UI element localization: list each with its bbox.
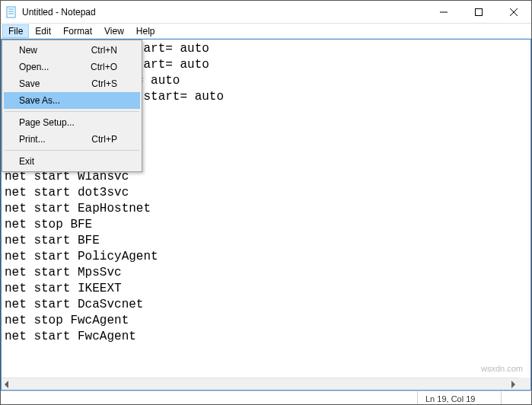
menu-item-label: Save As... xyxy=(19,95,117,106)
window-title: Untitled - Notepad xyxy=(22,7,426,18)
menu-separator xyxy=(5,150,139,151)
window-buttons xyxy=(426,1,531,23)
menu-file[interactable]: File xyxy=(2,24,29,38)
menu-view[interactable]: View xyxy=(98,24,130,38)
menu-item-print[interactable]: Print... Ctrl+P xyxy=(4,131,140,148)
menu-item-save-as[interactable]: Save As... xyxy=(4,92,140,109)
scroll-corner xyxy=(518,378,530,390)
status-extra xyxy=(501,391,531,405)
menu-edit[interactable]: Edit xyxy=(29,24,57,38)
menu-item-shortcut: Ctrl+N xyxy=(91,45,117,56)
menu-item-label: Exit xyxy=(19,156,117,167)
status-bar: Ln 19, Col 19 xyxy=(1,391,531,405)
status-position: Ln 19, Col 19 xyxy=(417,391,501,405)
menu-item-open[interactable]: Open... Ctrl+O xyxy=(4,59,140,75)
horizontal-scrollbar[interactable] xyxy=(2,378,518,390)
menu-help[interactable]: Help xyxy=(130,24,161,38)
svg-rect-5 xyxy=(476,8,483,15)
menu-item-label: Print... xyxy=(19,134,91,145)
watermark: wsxdn.com xyxy=(481,364,523,373)
notepad-icon xyxy=(5,6,18,18)
svg-rect-0 xyxy=(7,7,15,18)
menu-item-save[interactable]: Save Ctrl+S xyxy=(4,75,140,92)
menu-item-shortcut: Ctrl+P xyxy=(91,134,117,145)
menu-item-label: Page Setup... xyxy=(19,117,117,128)
menu-item-exit[interactable]: Exit xyxy=(4,153,140,170)
editor-container: tart= auto tart= auto = auto start= auto… xyxy=(1,39,531,391)
title-bar: Untitled - Notepad xyxy=(1,1,531,24)
menu-separator xyxy=(5,111,139,112)
close-button[interactable] xyxy=(496,1,531,23)
menu-item-shortcut: Ctrl+S xyxy=(91,78,117,89)
menu-item-page-setup[interactable]: Page Setup... xyxy=(4,114,140,131)
maximize-button[interactable] xyxy=(461,1,496,23)
menu-item-label: Save xyxy=(19,78,91,89)
menu-bar: File Edit Format View Help xyxy=(1,24,531,39)
menu-item-new[interactable]: New Ctrl+N xyxy=(4,42,140,59)
menu-format[interactable]: Format xyxy=(57,24,98,38)
menu-item-label: New xyxy=(19,45,91,56)
menu-item-label: Open... xyxy=(19,62,91,72)
menu-item-shortcut: Ctrl+O xyxy=(91,62,117,72)
minimize-button[interactable] xyxy=(426,1,461,23)
file-dropdown: New Ctrl+N Open... Ctrl+O Save Ctrl+S Sa… xyxy=(2,40,142,172)
